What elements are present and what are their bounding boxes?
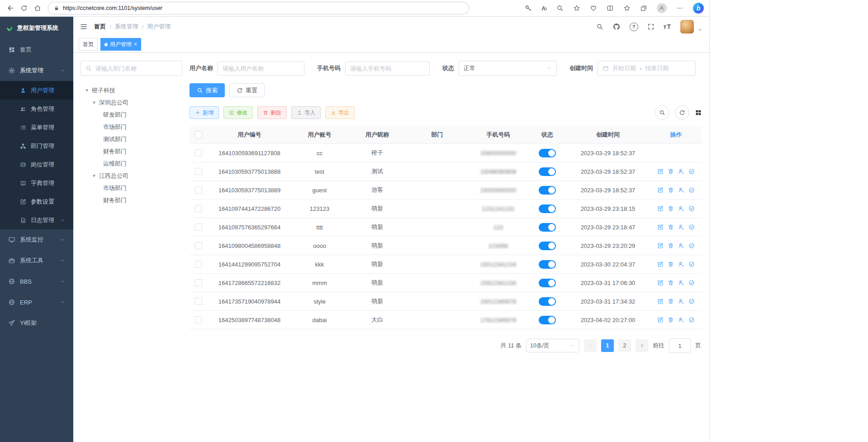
caret-down-icon[interactable]: ▾ [84, 87, 90, 93]
edit-row-icon[interactable] [657, 261, 664, 267]
assign-role-icon[interactable] [688, 187, 695, 193]
app-logo[interactable]: 意框架管理系统 [0, 17, 73, 39]
sidebar-item-user-mgmt[interactable]: 用户管理 [0, 81, 73, 100]
edit-row-icon[interactable] [657, 298, 664, 304]
row-checkbox[interactable] [195, 223, 202, 231]
reset-password-icon[interactable] [678, 280, 684, 286]
delete-row-icon[interactable] [668, 187, 674, 193]
tree-node-branch[interactable]: ▾深圳总公司 [81, 96, 182, 109]
edit-row-icon[interactable] [657, 205, 664, 212]
phone-input[interactable] [345, 61, 430, 76]
status-toggle[interactable] [539, 149, 556, 157]
row-checkbox[interactable] [195, 242, 202, 249]
goto-page-input[interactable] [669, 338, 691, 353]
refresh-table-icon[interactable] [675, 105, 689, 120]
add-favorite-icon[interactable] [573, 5, 580, 12]
favorites-bar-icon[interactable] [623, 5, 631, 12]
reset-password-icon[interactable] [678, 261, 684, 267]
dept-search-input[interactable] [95, 65, 177, 72]
date-range-picker[interactable]: 开始日期 - 结束日期 [598, 61, 696, 76]
row-checkbox[interactable] [195, 261, 202, 268]
reset-button[interactable]: 重置 [229, 83, 265, 97]
tree-node-company[interactable]: ▾橙子科技 [81, 84, 182, 96]
status-toggle[interactable] [539, 297, 556, 306]
collections-icon[interactable] [640, 5, 647, 12]
tab-home[interactable]: 首页 [79, 38, 98, 51]
tree-node-dept[interactable]: 市场部门 [81, 121, 182, 133]
sidebar-item-system-tools[interactable]: 系统工具 [0, 250, 73, 271]
zoom-icon[interactable] [556, 5, 564, 12]
delete-row-icon[interactable] [668, 242, 674, 249]
tree-node-branch[interactable]: ▾江西总公司 [81, 170, 182, 182]
page-button-2[interactable]: 2 [618, 339, 631, 352]
sidebar-item-log-mgmt[interactable]: 日志管理 [0, 211, 73, 229]
status-toggle[interactable] [539, 279, 556, 287]
password-key-icon[interactable] [525, 5, 532, 12]
row-checkbox[interactable] [195, 279, 202, 286]
assign-role-icon[interactable] [688, 242, 695, 249]
user-avatar[interactable] [680, 20, 694, 33]
reset-password-icon[interactable] [678, 187, 684, 193]
delete-row-icon[interactable] [668, 317, 674, 323]
status-toggle[interactable] [539, 242, 556, 250]
assign-role-icon[interactable] [688, 168, 695, 175]
column-settings-icon[interactable] [695, 109, 702, 116]
edit-row-icon[interactable] [657, 242, 664, 249]
header-search-icon[interactable] [596, 23, 603, 30]
fullscreen-icon[interactable] [647, 23, 655, 30]
browser-refresh-button[interactable] [17, 2, 31, 14]
read-aloud-icon[interactable]: A) [541, 5, 547, 12]
edit-row-icon[interactable] [657, 168, 664, 175]
next-page-button[interactable] [636, 339, 648, 352]
row-checkbox[interactable] [195, 168, 202, 175]
delete-row-icon[interactable] [668, 224, 674, 230]
sidebar-item-param-settings[interactable]: 参数设置 [0, 192, 73, 211]
address-bar[interactable]: https://ccnetcore.com:1101/system/user [48, 2, 469, 14]
sidebar-item-dict-mgmt[interactable]: 字典管理 [0, 174, 73, 192]
assign-role-icon[interactable] [688, 280, 695, 286]
sidebar-item-dept-mgmt[interactable]: 部门管理 [0, 137, 73, 155]
caret-down-icon[interactable]: ▾ [91, 173, 97, 179]
export-button[interactable]: 导出 [325, 106, 355, 119]
status-toggle[interactable] [539, 186, 556, 195]
delete-row-icon[interactable] [668, 168, 674, 175]
sidebar-item-home[interactable]: 首页 [0, 39, 73, 60]
assign-role-icon[interactable] [688, 298, 695, 304]
sidebar-toggle-icon[interactable] [80, 23, 88, 31]
browser-back-button[interactable] [4, 2, 17, 14]
tree-node-dept[interactable]: 财务部门 [81, 145, 182, 157]
hide-search-icon[interactable] [655, 105, 669, 120]
assign-role-icon[interactable] [688, 224, 695, 230]
assign-role-icon[interactable] [688, 261, 695, 267]
reset-password-icon[interactable] [678, 168, 684, 175]
status-toggle[interactable] [539, 167, 556, 176]
avatar-caret-icon[interactable] [697, 27, 703, 33]
row-checkbox[interactable] [195, 186, 202, 194]
page-button-1[interactable]: 1 [601, 339, 614, 352]
tree-node-dept[interactable]: 财务部门 [81, 194, 182, 206]
add-button[interactable]: 新增 [190, 106, 219, 119]
sidebar-item-menu-mgmt[interactable]: 菜单管理 [0, 118, 73, 137]
delete-row-icon[interactable] [668, 298, 674, 304]
sidebar-item-post-mgmt[interactable]: 岗位管理 [0, 155, 73, 174]
browser-menu-icon[interactable] [676, 5, 683, 12]
reset-password-icon[interactable] [678, 298, 684, 304]
caret-down-icon[interactable]: ▾ [91, 100, 97, 105]
delete-button[interactable]: 删除 [257, 106, 287, 119]
status-toggle[interactable] [539, 316, 556, 324]
tree-node-dept[interactable]: 研发部门 [81, 109, 182, 121]
tree-node-dept[interactable]: 市场部门 [81, 182, 182, 194]
delete-row-icon[interactable] [668, 280, 674, 286]
prev-page-button[interactable] [584, 339, 597, 352]
assign-role-icon[interactable] [688, 317, 695, 323]
delete-row-icon[interactable] [668, 205, 674, 212]
search-button[interactable]: 搜索 [190, 83, 225, 97]
tree-node-dept[interactable]: 测试部门 [81, 133, 182, 145]
tab-user-mgmt[interactable]: 用户管理 × [100, 38, 141, 51]
username-input[interactable] [218, 61, 304, 76]
row-checkbox[interactable] [195, 298, 202, 305]
sidebar-item-bbs[interactable]: BBS [0, 271, 73, 292]
sidebar-item-yi-framework[interactable]: Yi框架 [0, 313, 73, 333]
status-toggle[interactable] [539, 260, 556, 269]
browser-essentials-icon[interactable] [590, 5, 597, 12]
